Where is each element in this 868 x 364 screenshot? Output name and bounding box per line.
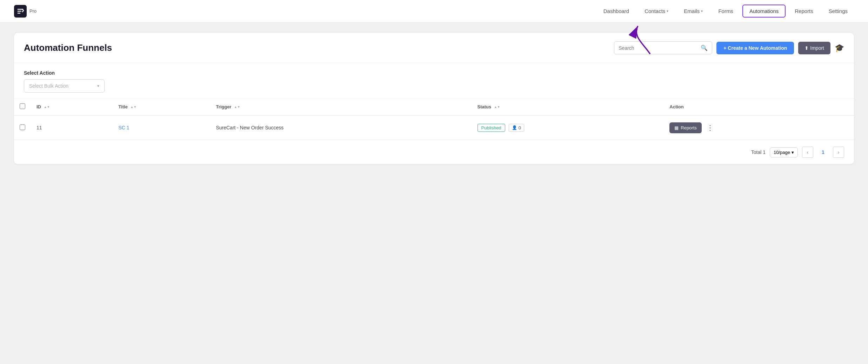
create-new-automation-button[interactable]: + Create a New Automation — [716, 42, 794, 54]
sort-id-icon[interactable]: ▲▼ — [44, 106, 50, 109]
pagination-prev-button[interactable]: ‹ — [802, 147, 813, 158]
reports-button[interactable]: ▦ Reports — [669, 122, 702, 133]
page-size-select[interactable]: 10/page ▾ — [770, 147, 798, 157]
row-status: Published 👤 0 — [472, 115, 664, 140]
create-button-wrapper: + Create a New Automation — [716, 42, 794, 54]
column-trigger: Trigger ▲▼ — [210, 99, 472, 115]
automation-funnels-card: Automation Funnels 🔍 — [14, 33, 854, 164]
column-action: Action — [664, 99, 854, 115]
row-action: ▦ Reports ⋮ — [664, 115, 854, 140]
nav-item-dashboard[interactable]: Dashboard — [597, 5, 635, 17]
automations-table: ID ▲▼ Title ▲▼ Trigger ▲▼ Status — [14, 99, 854, 140]
row-title: SC 1 — [113, 115, 210, 140]
chevron-down-icon: ▾ — [701, 9, 703, 13]
bulk-action-placeholder: Select Bulk Action — [29, 83, 68, 89]
subscribers-badge: 👤 0 — [509, 124, 524, 132]
header-right: 🔍 + Create a Ne — [614, 41, 844, 54]
reports-icon: ▦ — [674, 125, 679, 130]
sort-title-icon[interactable]: ▲▼ — [130, 106, 136, 109]
table-row: 11 SC 1 SureCart - New Order Success Pub… — [14, 115, 854, 140]
status-badge: Published — [478, 124, 505, 132]
select-action-label: Select Action — [24, 70, 844, 76]
nav-links: Dashboard Contacts ▾ Emails ▾ Forms Auto… — [597, 5, 854, 18]
pagination-page-number[interactable]: 1 — [817, 147, 829, 158]
select-all-checkbox[interactable] — [20, 103, 25, 109]
page-title: Automation Funnels — [24, 42, 112, 53]
search-box: 🔍 — [614, 41, 712, 54]
user-icon: 👤 — [512, 125, 517, 130]
column-id: ID ▲▼ — [31, 99, 113, 115]
logo-area: Pro — [14, 5, 36, 18]
pagination-row: Total 1 10/page ▾ ‹ 1 › — [14, 140, 854, 164]
row-checkbox-cell — [14, 115, 31, 140]
sort-trigger-icon[interactable]: ▲▼ — [234, 106, 240, 109]
logo-icon[interactable] — [14, 5, 27, 18]
nav-item-settings[interactable]: Settings — [822, 5, 854, 17]
chevron-down-icon: ▾ — [667, 9, 668, 13]
select-all-header — [14, 99, 31, 115]
more-options-button[interactable]: ⋮ — [705, 122, 716, 133]
select-action-area: Select Action Select Bulk Action ▾ — [14, 63, 854, 99]
card-header: Automation Funnels 🔍 — [14, 33, 854, 63]
nav-item-contacts[interactable]: Contacts ▾ — [638, 5, 675, 17]
row-checkbox[interactable] — [20, 124, 25, 130]
nav-item-reports[interactable]: Reports — [788, 5, 820, 17]
status-area: Published 👤 0 — [478, 124, 659, 132]
nav-item-forms[interactable]: Forms — [712, 5, 740, 17]
nav-item-automations[interactable]: Automations — [742, 5, 786, 18]
top-navigation: Pro Dashboard Contacts ▾ Emails ▾ Forms … — [0, 0, 868, 22]
column-title: Title ▲▼ — [113, 99, 210, 115]
learn-icon-button[interactable]: 🎓 — [835, 43, 844, 53]
logo-pro-label: Pro — [29, 8, 36, 14]
action-area: ▦ Reports ⋮ — [669, 122, 848, 133]
chevron-down-icon: ▾ — [792, 150, 794, 155]
import-button[interactable]: ⬆ Import — [798, 42, 830, 54]
search-icon: 🔍 — [701, 45, 708, 51]
search-input[interactable] — [619, 45, 699, 51]
sort-status-icon[interactable]: ▲▼ — [494, 106, 500, 109]
table-header-row: ID ▲▼ Title ▲▼ Trigger ▲▼ Status — [14, 99, 854, 115]
total-label: Total 1 — [751, 149, 766, 155]
row-id: 11 — [31, 115, 113, 140]
bulk-action-select[interactable]: Select Bulk Action ▾ — [24, 79, 105, 93]
automation-title-link[interactable]: SC 1 — [118, 125, 129, 130]
pagination-next-button[interactable]: › — [833, 147, 844, 158]
column-status: Status ▲▼ — [472, 99, 664, 115]
chevron-down-icon: ▾ — [97, 83, 99, 88]
row-trigger: SureCart - New Order Success — [210, 115, 472, 140]
main-content: Automation Funnels 🔍 — [0, 22, 868, 175]
nav-item-emails[interactable]: Emails ▾ — [677, 5, 709, 17]
